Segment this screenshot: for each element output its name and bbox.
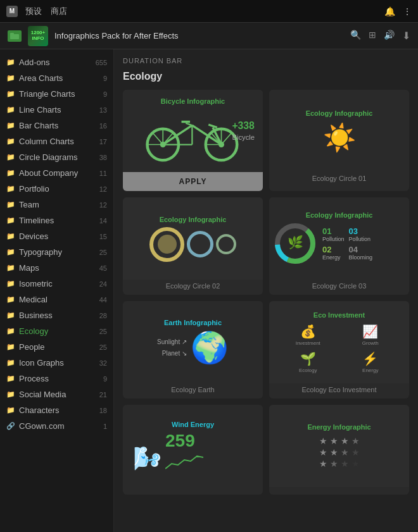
sidebar-item-label-21: Social Media — [19, 390, 91, 399]
folder-icon-0: 📁 — [6, 58, 15, 66]
sidebar-item-business[interactable]: 📁Business28 — [0, 307, 113, 323]
folder-icon-14: 📁 — [6, 280, 15, 288]
sidebar-item-label-16: Business — [19, 311, 91, 320]
sec-bar-actions: 🔍 ⊞ 🔊 ⬇ — [350, 30, 410, 42]
product-thumbnail: 1200+INFO — [28, 26, 48, 46]
sidebar-item-characters[interactable]: 📁Characters18 — [0, 402, 113, 418]
card-ecology3[interactable]: Ecology Infographic 🌿 01Pollution 03Poll… — [269, 197, 409, 295]
folder-icon-3: 📁 — [6, 106, 15, 114]
volume-icon[interactable]: 🔊 — [384, 30, 395, 42]
folder-icon-15: 📁 — [6, 295, 15, 304]
card-preview-ecology3: Ecology Infographic 🌿 01Pollution 03Poll… — [269, 197, 409, 280]
folder-icon-13: 📁 — [6, 264, 15, 272]
sidebar-item-count-17: 25 — [94, 328, 107, 335]
ecology2-circles — [149, 227, 236, 262]
sidebar-item-label-23: CGown.com — [19, 421, 91, 431]
sidebar-item-cgown.com[interactable]: 🔗CGown.com1 — [0, 418, 113, 434]
sidebar-item-label-17: Ecology — [19, 326, 91, 336]
sidebar-item-count-14: 24 — [94, 280, 107, 288]
svg-rect-1 — [10, 33, 14, 35]
sidebar-item-count-13: 45 — [94, 264, 107, 272]
top-bar-icons: 🔔 ⋮ — [384, 6, 412, 16]
energy-label — [269, 487, 409, 495]
card-bicycle[interactable]: Bicycle Infographic — [123, 90, 263, 191]
sidebar-item-label-1: Area Charts — [19, 73, 91, 83]
earth-title: Earth Infographic — [164, 319, 222, 326]
sidebar-item-typography[interactable]: 📁Typography25 — [0, 244, 113, 260]
notification-icon[interactable]: 🔔 — [384, 6, 395, 16]
content-area: DURATION BAR Ecology Bicycle Infographic — [114, 49, 418, 532]
download-icon[interactable]: ⬇ — [402, 30, 410, 42]
ecology2-title: Ecology Infographic — [160, 216, 227, 223]
sidebar-item-label-9: Team — [19, 200, 91, 209]
sidebar-item-team[interactable]: 📁Team12 — [0, 197, 113, 213]
sidebar-item-count-23: 1 — [94, 423, 107, 430]
card-wind[interactable]: Wind Energy 🌬️ 259 — [123, 405, 263, 495]
folder-icon-6: 📁 — [6, 153, 15, 161]
folder-icon-4: 📁 — [6, 121, 15, 130]
folder-icon-2: 📁 — [6, 90, 15, 98]
nav-preset[interactable]: 预设 — [25, 6, 42, 17]
sidebar-item-maps[interactable]: 📁Maps45 — [0, 260, 113, 276]
card-eco-invest[interactable]: Eco Investment 💰 Investment 📈 Growth 🌱 — [269, 301, 409, 399]
sidebar-item-process[interactable]: 📁Process9 — [0, 371, 113, 387]
sidebar-item-label-6: Circle Diagrams — [19, 152, 91, 162]
folder-icon-18: 📁 — [6, 343, 15, 351]
sidebar-item-social-media[interactable]: 📁Social Media21 — [0, 387, 113, 402]
folder-icon-23: 🔗 — [6, 422, 15, 430]
folder-icon-12: 📁 — [6, 248, 15, 256]
sidebar-item-count-19: 32 — [94, 359, 107, 367]
sidebar-item-bar-charts[interactable]: 📁Bar Charts16 — [0, 118, 113, 133]
sidebar-item-medical[interactable]: 📁Medical44 — [0, 292, 113, 307]
sidebar-item-column-charts[interactable]: 📁Column Charts17 — [0, 133, 113, 149]
wind-turbines: 🌬️ — [133, 445, 162, 472]
nav-store[interactable]: 商店 — [51, 6, 67, 17]
app-logo: M — [6, 6, 18, 17]
sidebar-item-ecology[interactable]: 📁Ecology25 — [0, 323, 113, 339]
cards-grid: Bicycle Infographic — [123, 90, 409, 495]
sidebar-item-devices[interactable]: 📁Devices15 — [0, 228, 113, 244]
section-label: DURATION BAR — [123, 57, 409, 65]
sidebar-item-portfolio[interactable]: 📁Portfolio12 — [0, 181, 113, 197]
sidebar-item-icon-graphs[interactable]: 📁Icon Graphs32 — [0, 355, 113, 371]
sidebar-item-count-2: 9 — [94, 90, 107, 98]
folder-icon-7: 📁 — [6, 169, 15, 177]
sidebar-item-count-1: 9 — [94, 75, 107, 82]
ecology1-title: Ecology Infographic — [306, 109, 373, 117]
earth-label: Ecology Earth — [123, 383, 263, 399]
wind-number: 259 — [165, 431, 203, 451]
main-layout: 📁Add-ons655📁Area Charts9📁Triangle Charts… — [0, 49, 418, 532]
sidebar-item-people[interactable]: 📁People25 — [0, 339, 113, 355]
sidebar-item-timelines[interactable]: 📁Timelines14 — [0, 213, 113, 228]
sidebar-item-add-ons[interactable]: 📁Add-ons655 — [0, 54, 113, 70]
sidebar-item-count-5: 17 — [94, 138, 107, 145]
sidebar-item-triangle-charts[interactable]: 📁Triangle Charts9 — [0, 86, 113, 102]
sidebar-item-count-22: 18 — [94, 407, 107, 414]
sidebar-item-circle-diagrams[interactable]: 📁Circle Diagrams38 — [0, 149, 113, 165]
folder-icon-17: 📁 — [6, 327, 15, 335]
sidebar-item-isometric[interactable]: 📁Isometric24 — [0, 276, 113, 292]
folder-icon-20: 📁 — [6, 374, 15, 383]
card-ecology2[interactable]: Ecology Infographic Ecology Circle 02 — [123, 197, 263, 295]
grid-icon[interactable]: ⊞ — [369, 30, 376, 42]
search-icon[interactable]: 🔍 — [350, 30, 361, 42]
more-icon[interactable]: ⋮ — [403, 6, 412, 16]
svg-text:+338: +338 — [232, 120, 255, 131]
card-ecology1[interactable]: Ecology Infographic ☀️ Ecology Circle 01 — [269, 90, 409, 191]
sidebar-item-about-company[interactable]: 📁About Company11 — [0, 165, 113, 181]
ecology2-label: Ecology Circle 02 — [123, 280, 263, 295]
sidebar-item-count-3: 13 — [94, 106, 107, 114]
card-energy[interactable]: Energy Infographic ★ ★ ★ ★ ★ ★ — [269, 405, 409, 495]
ecology3-title: Ecology Infographic — [306, 211, 373, 219]
sidebar-item-label-10: Timelines — [19, 216, 91, 225]
sidebar-item-label-0: Add-ons — [19, 58, 91, 67]
sidebar-item-line-charts[interactable]: 📁Line Charts13 — [0, 102, 113, 118]
sidebar-item-area-charts[interactable]: 📁Area Charts9 — [0, 70, 113, 86]
sidebar-item-label-2: Triangle Charts — [19, 89, 91, 99]
card-preview-earth: Earth Infographic Sunlight ↗ Planet ↘ 🌍 — [123, 301, 263, 383]
card-earth[interactable]: Earth Infographic Sunlight ↗ Planet ↘ 🌍 … — [123, 301, 263, 399]
ecology3-label: Ecology Circle 03 — [269, 280, 409, 295]
apply-button[interactable]: APPLY — [123, 172, 263, 191]
sidebar-item-label-22: Characters — [19, 405, 91, 415]
sidebar-item-label-19: Icon Graphs — [19, 358, 91, 368]
